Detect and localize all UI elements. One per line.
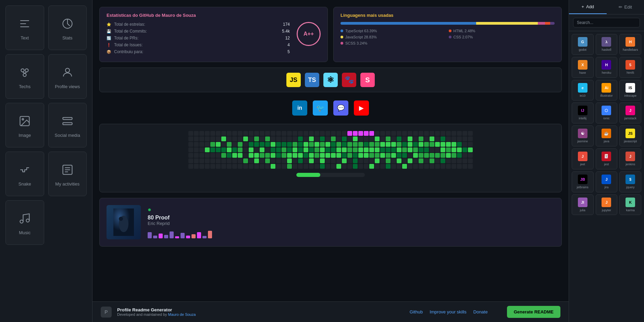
sidebar-card-snake-label: Snake bbox=[18, 181, 31, 187]
search-input[interactable] bbox=[573, 18, 640, 27]
tech-item-karma[interactable]: Kkarma bbox=[619, 194, 641, 215]
sidebar-card-text[interactable]: Text bbox=[5, 5, 44, 50]
stats-icon bbox=[59, 15, 76, 32]
tech-icon-jquery: $ bbox=[626, 175, 635, 184]
tech-icon-jasmine: ☯ bbox=[578, 129, 587, 138]
tab-add[interactable]: + Add bbox=[569, 0, 607, 14]
tech-item-jenkins[interactable]: Jjenkins bbox=[619, 148, 641, 169]
tech-label-inkscape: inkscape bbox=[624, 94, 636, 98]
tech-label-jira: jira bbox=[604, 186, 608, 189]
sidebar-card-stats[interactable]: Stats bbox=[48, 5, 87, 50]
stat-row-prs: 🔃 Total de PRs: 12 bbox=[107, 36, 290, 40]
sidebar-card-techs[interactable]: Techs bbox=[5, 54, 44, 99]
footer-logo-icon: P bbox=[104, 309, 108, 315]
github-stats-title: Estatísticas do GitHub de Mauro de Souza bbox=[107, 13, 321, 18]
tech-label-ie10: ie10 bbox=[580, 94, 585, 98]
lang-item-ts: TypeScript 63.39% bbox=[340, 29, 447, 33]
tech-item-jquery[interactable]: $jquery bbox=[619, 171, 641, 192]
tech-item-jamstack[interactable]: Jjamstack bbox=[619, 103, 641, 123]
sidebar-card-image[interactable]: Image bbox=[5, 103, 44, 147]
github-stats-card: Estatísticas do GitHub de Mauro de Souza… bbox=[99, 7, 328, 62]
discord-icon[interactable]: 💬 bbox=[333, 100, 348, 116]
footer-link-improve[interactable]: Improve your skills bbox=[430, 309, 467, 314]
sidebar-card-image-label: Image bbox=[18, 133, 31, 138]
tech-item-html5[interactable]: 5html5 bbox=[619, 57, 641, 78]
lang-bar-html bbox=[545, 22, 550, 25]
sidebar-card-stats-label: Stats bbox=[62, 35, 73, 40]
sidebar-card-music[interactable]: Music bbox=[5, 200, 44, 245]
stat-row-stars: ⭐ Total de estrelas: 174 bbox=[107, 22, 290, 27]
sidebar-card-profile-views[interactable]: Profile views bbox=[48, 54, 87, 99]
tech-item-jeet[interactable]: Jjeet bbox=[572, 148, 594, 169]
stat-label-commits: Total de Commits: bbox=[114, 29, 279, 34]
twitter-icon[interactable]: 🐦 bbox=[313, 100, 328, 116]
tech-label-jamstack: jamstack bbox=[624, 117, 636, 120]
lang-item-scss: SCSS 3.24% bbox=[340, 41, 447, 45]
tech-item-godot[interactable]: Ggodot bbox=[572, 34, 594, 55]
center-content: Estatísticas do GitHub de Mauro de Souza… bbox=[92, 0, 569, 301]
tech-item-ie10[interactable]: eie10 bbox=[572, 80, 594, 101]
tech-item-handlebars[interactable]: Hhandlebars bbox=[619, 34, 641, 55]
tech-item-illustrator[interactable]: Aiillustrator bbox=[596, 80, 618, 101]
tech-item-haxe[interactable]: Xhaxe bbox=[572, 57, 594, 78]
tech-icon-javascript: JS bbox=[626, 129, 635, 138]
tech-item-jira[interactable]: Jjira bbox=[596, 171, 618, 192]
tech-icon-jamstack: J bbox=[626, 106, 635, 115]
footer: P Profile Readme Generator Developed and… bbox=[92, 301, 569, 322]
tech-label-jetbrains: jetbrains bbox=[577, 186, 589, 189]
contributed-icon: 📦 bbox=[107, 50, 111, 54]
tech-item-intellij[interactable]: IJintellij bbox=[572, 103, 594, 123]
svg-point-2 bbox=[25, 69, 28, 72]
tab-edit[interactable]: ✏ Edit bbox=[607, 0, 644, 14]
youtube-icon[interactable]: ▶ bbox=[354, 100, 369, 116]
tech-item-heroku[interactable]: Hheroku bbox=[596, 57, 618, 78]
svg-point-10 bbox=[20, 220, 23, 223]
lang-bar bbox=[340, 22, 555, 25]
tech-badge-react: ⚛ bbox=[323, 73, 338, 87]
profile-views-icon bbox=[59, 64, 76, 81]
spotify-song: 80 Proof bbox=[148, 215, 555, 221]
tech-item-jupyter[interactable]: Jjupyter bbox=[596, 194, 618, 215]
tech-item-java[interactable]: ☕java bbox=[596, 126, 618, 146]
footer-author-link[interactable]: Mauro de Souza bbox=[168, 312, 196, 317]
tech-item-jasmine[interactable]: ☯jasmine bbox=[572, 126, 594, 146]
tech-icon-ie10: e bbox=[578, 83, 587, 93]
tech-label-handlebars: handlebars bbox=[623, 48, 638, 52]
stat-row-commits: 💾 Total de Commits: 5.4k bbox=[107, 29, 290, 34]
tech-icon-html5: 5 bbox=[626, 60, 635, 70]
sidebar-card-techs-label: Techs bbox=[19, 84, 30, 89]
linkedin-icon[interactable]: in bbox=[292, 100, 307, 116]
sidebar-card-social-media[interactable]: Social media bbox=[48, 103, 87, 147]
tech-label-julia: julia bbox=[580, 208, 585, 212]
tech-icons-row: JS TS ⚛ 🐾 S bbox=[99, 68, 562, 92]
languages-title: Linguagens mais usadas bbox=[340, 13, 555, 18]
sidebar-card-snake[interactable]: Snake bbox=[5, 152, 44, 196]
tech-item-julia[interactable]: Jljulia bbox=[572, 194, 594, 215]
sidebar-card-profile-views-label: Profile views bbox=[55, 84, 80, 89]
lang-bar-js bbox=[476, 22, 538, 25]
svg-rect-7 bbox=[63, 117, 72, 119]
social-media-icon bbox=[59, 113, 76, 129]
tech-label-java: java bbox=[604, 140, 609, 143]
lang-dot-js bbox=[340, 36, 343, 38]
tech-item-javascript[interactable]: JSjavascript bbox=[619, 126, 641, 146]
lang-item-js: JavaScript 28.83% bbox=[340, 35, 447, 39]
footer-link-github[interactable]: Github bbox=[410, 309, 423, 314]
tech-item-jest[interactable]: 🃏jest bbox=[596, 148, 618, 169]
stat-row-contributed: 📦 Contribuiu para: 5 bbox=[107, 49, 290, 54]
star-icon: ⭐ bbox=[107, 22, 111, 27]
tech-row: XhaxeHheroku5html5 bbox=[572, 57, 641, 78]
my-activities-icon bbox=[59, 162, 76, 178]
right-sidebar-header: + Add ✏ Edit bbox=[569, 0, 644, 14]
stat-value-stars: 174 bbox=[283, 22, 290, 27]
generate-readme-button[interactable]: Generate README bbox=[507, 306, 560, 318]
tech-item-haskell[interactable]: λhaskell bbox=[596, 34, 618, 55]
tech-row: eie10AiillustratorISinkscape bbox=[572, 80, 641, 101]
tech-item-inkscape[interactable]: ISinkscape bbox=[619, 80, 641, 101]
sidebar-card-my-activities[interactable]: My activities bbox=[48, 152, 87, 196]
tech-item-jetbrains[interactable]: JBjetbrains bbox=[572, 171, 594, 192]
tab-add-label: Add bbox=[586, 4, 594, 9]
spotify-album bbox=[107, 205, 141, 239]
tech-item-ionic[interactable]: ⬡ionic bbox=[596, 103, 618, 123]
footer-link-donate[interactable]: Donate bbox=[473, 309, 488, 314]
